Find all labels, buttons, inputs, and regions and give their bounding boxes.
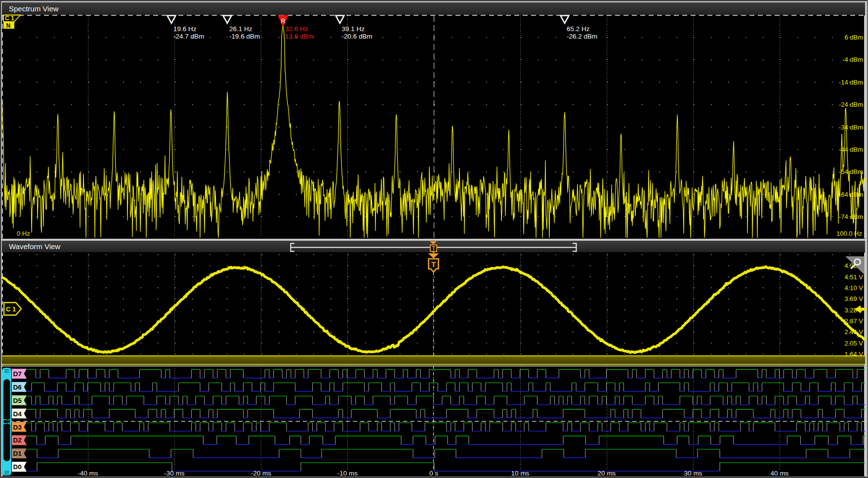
svg-text:-24 dBm: -24 dBm (839, 101, 863, 108)
svg-text:T: T (432, 245, 435, 251)
svg-text:-19.6 dBm: -19.6 dBm (229, 33, 260, 40)
svg-text:C 1: C 1 (5, 15, 14, 22)
svg-text:D0: D0 (13, 463, 22, 471)
svg-text:19.6 Hz: 19.6 Hz (173, 25, 197, 33)
svg-text:-26.2 dBm: -26.2 dBm (567, 33, 597, 40)
svg-text:D4: D4 (13, 410, 22, 418)
svg-text:-30 ms: -30 ms (164, 470, 185, 477)
svg-text:-34 dBm: -34 dBm (839, 124, 863, 131)
svg-text:100.0 Hz: 100.0 Hz (836, 230, 862, 237)
svg-text:40 ms: 40 ms (771, 470, 789, 477)
svg-text:-10 ms: -10 ms (337, 470, 358, 477)
svg-text:C2: C2 (2, 417, 12, 426)
svg-text:-14 dBm: -14 dBm (839, 79, 863, 86)
svg-text:-20 ms: -20 ms (251, 470, 272, 477)
svg-text:20 ms: 20 ms (598, 470, 616, 477)
svg-text:2.87 V: 2.87 V (844, 317, 863, 325)
svg-text:0 s: 0 s (429, 470, 438, 477)
svg-text:3.69 V: 3.69 V (844, 295, 863, 303)
svg-text:-40 ms: -40 ms (78, 470, 98, 477)
svg-text:65.2 Hz: 65.2 Hz (567, 25, 590, 33)
svg-text:32.6 Hz: 32.6 Hz (285, 25, 308, 33)
svg-text:-4 dBm: -4 dBm (842, 56, 863, 63)
svg-text:-44 dBm: -44 dBm (839, 146, 863, 153)
svg-text:6 dBm: 6 dBm (844, 34, 863, 41)
svg-text:D5: D5 (13, 397, 22, 404)
svg-text:10 ms: 10 ms (511, 470, 530, 477)
svg-text:N: N (6, 22, 11, 29)
svg-text:0 Hz: 0 Hz (17, 230, 30, 237)
svg-text:2.46 V: 2.46 V (844, 328, 863, 336)
svg-text:-64 dBm: -64 dBm (839, 191, 863, 198)
svg-text:4.10 V: 4.10 V (844, 284, 863, 292)
svg-text:-74 dBm: -74 dBm (839, 213, 863, 220)
svg-text:39.1 Hz: 39.1 Hz (342, 25, 365, 33)
svg-text:D3: D3 (13, 424, 22, 431)
svg-text:D1: D1 (13, 450, 22, 457)
svg-text:C 1: C 1 (6, 305, 16, 313)
svg-text:13.6 dBm: 13.6 dBm (285, 33, 314, 40)
svg-text:2.05 V: 2.05 V (844, 340, 863, 347)
svg-text:30 ms: 30 ms (684, 470, 703, 477)
svg-text:-24.7 dBm: -24.7 dBm (173, 33, 204, 40)
svg-text:D7: D7 (13, 370, 22, 378)
svg-text:-20.6 dBm: -20.6 dBm (342, 33, 372, 40)
svg-text:D6: D6 (13, 384, 22, 391)
svg-text:1.64 V: 1.64 V (844, 350, 863, 358)
svg-text:4.51 V: 4.51 V (844, 273, 863, 281)
svg-text:R: R (281, 18, 286, 25)
svg-text:T: T (431, 260, 436, 268)
svg-text:D2: D2 (13, 436, 22, 444)
svg-text:26.1 Hz: 26.1 Hz (229, 25, 252, 33)
svg-text:-54 dBm: -54 dBm (839, 168, 863, 175)
